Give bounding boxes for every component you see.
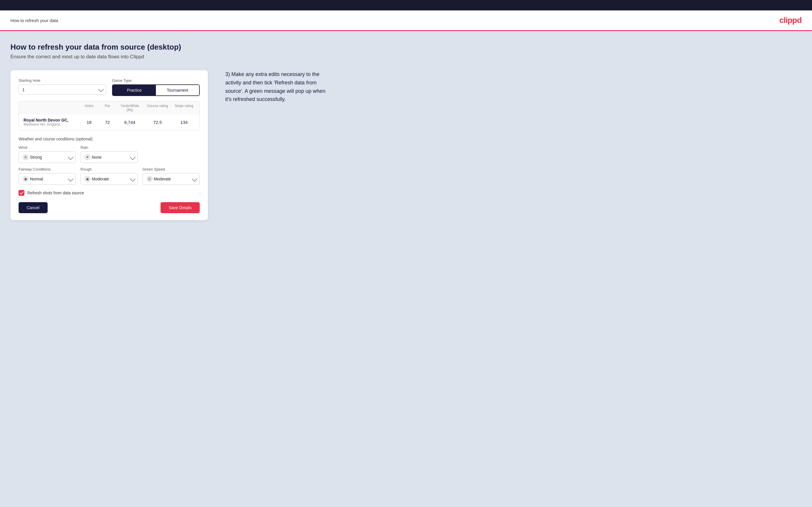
rain-value: None	[92, 155, 130, 160]
col-header-slope-rating: Slope rating	[173, 104, 195, 112]
course-par-value: 72	[101, 120, 114, 125]
logo: clippd	[779, 16, 802, 25]
refresh-checkbox-label: Refresh shots from data source	[27, 190, 84, 195]
weather-section-title: Weather and course conditions (optional)	[18, 136, 200, 141]
starting-hole-select[interactable]: 1	[18, 84, 106, 95]
course-name-cell: Royal North Devon GC, Westward Ho!, Engl…	[23, 118, 78, 126]
fairway-rough-green-row: Fairway Conditions ◉ Normal Rough ◉ Mode…	[18, 167, 200, 185]
rough-icon: ◉	[84, 176, 91, 182]
fairway-select[interactable]: ◉ Normal	[18, 173, 76, 185]
game-type-label: Game Type	[112, 78, 200, 83]
rough-value: Moderate	[92, 177, 130, 181]
rain-group: Rain ✦ None	[81, 145, 138, 163]
fairway-group: Fairway Conditions ◉ Normal	[18, 167, 76, 185]
refresh-checkbox-row: Refresh shots from data source	[18, 190, 200, 196]
wind-value: Strong	[30, 155, 68, 160]
course-holes-value: 18	[81, 120, 97, 125]
course-rating-value: 72.5	[145, 120, 170, 125]
page-subheading: Ensure the correct and most up to date d…	[10, 54, 802, 60]
fairway-label: Fairway Conditions	[18, 167, 76, 171]
wind-select[interactable]: ≋ Strong	[18, 152, 76, 163]
checkmark-icon	[20, 191, 23, 195]
green-speed-icon: ⊙	[146, 176, 153, 182]
course-name-main: Royal North Devon GC,	[23, 118, 78, 122]
save-details-button[interactable]: Save Details	[160, 202, 200, 213]
cancel-button[interactable]: Cancel	[18, 202, 48, 213]
wind-label: Wind	[18, 145, 76, 150]
refresh-checkbox[interactable]	[18, 190, 24, 196]
col-header-yards: Yards/White (M))	[117, 104, 142, 112]
col-header-course-rating: Course rating	[145, 104, 170, 112]
rough-select[interactable]: ◉ Moderate	[81, 173, 138, 185]
fairway-value: Normal	[30, 177, 68, 181]
wind-icon: ≋	[22, 154, 29, 160]
header-title: How to refresh your data	[10, 18, 58, 23]
starting-hole-label: Starting Hole	[18, 78, 106, 83]
course-table-row: Royal North Devon GC, Westward Ho!, Engl…	[19, 114, 199, 130]
green-speed-chevron-icon	[192, 176, 197, 181]
page-heading: How to refresh your data from source (de…	[10, 43, 802, 52]
rain-select[interactable]: ✦ None	[81, 152, 138, 163]
col-header-name	[23, 104, 78, 112]
fairway-chevron-icon	[68, 176, 74, 181]
content-area: Starting Hole 1 Game Type Practice Tourn…	[10, 70, 802, 220]
top-bar	[0, 0, 812, 10]
tournament-button[interactable]: Tournament	[156, 85, 199, 96]
form-card: Starting Hole 1 Game Type Practice Tourn…	[10, 70, 208, 220]
col-header-holes: Holes	[81, 104, 97, 112]
rough-group: Rough ◉ Moderate	[81, 167, 138, 185]
main-content: How to refresh your data from source (de…	[0, 31, 812, 506]
course-name-sub: Westward Ho!, England	[23, 122, 78, 126]
rain-label: Rain	[81, 145, 138, 150]
fairway-icon: ◉	[22, 176, 29, 182]
rain-icon: ✦	[84, 154, 91, 160]
col-header-par: Par	[101, 104, 114, 112]
button-row: Cancel Save Details	[18, 202, 200, 213]
course-slope-value: 134	[173, 120, 195, 125]
wind-chevron-icon	[68, 154, 74, 160]
game-type-toggle: Practice Tournament	[112, 84, 200, 96]
practice-button[interactable]: Practice	[113, 85, 156, 96]
rain-chevron-icon	[130, 154, 136, 160]
starting-hole-group: Starting Hole 1	[18, 78, 106, 96]
starting-hole-chevron-icon	[98, 87, 104, 92]
rough-label: Rough	[81, 167, 138, 171]
green-speed-label: Green Speed	[143, 167, 200, 171]
course-yards-value: 6,744	[117, 120, 142, 125]
green-speed-value: Moderate	[154, 177, 192, 181]
course-table: Holes Par Yards/White (M)) Course rating…	[18, 101, 200, 130]
course-table-header: Holes Par Yards/White (M)) Course rating…	[19, 102, 199, 114]
green-speed-select[interactable]: ⊙ Moderate	[143, 173, 200, 185]
header: How to refresh your data clippd	[0, 10, 812, 31]
sidebar-instructions: 3) Make any extra edits necessary to the…	[225, 70, 330, 104]
green-speed-group: Green Speed ⊙ Moderate	[143, 167, 200, 185]
rough-chevron-icon	[130, 176, 136, 181]
starting-hole-value: 1	[22, 87, 98, 92]
game-type-group: Game Type Practice Tournament	[112, 78, 200, 96]
wind-rain-row: Wind ≋ Strong Rain ✦ None	[18, 145, 200, 163]
wind-group: Wind ≋ Strong	[18, 145, 76, 163]
starting-hole-gametype-row: Starting Hole 1 Game Type Practice Tourn…	[18, 78, 200, 96]
